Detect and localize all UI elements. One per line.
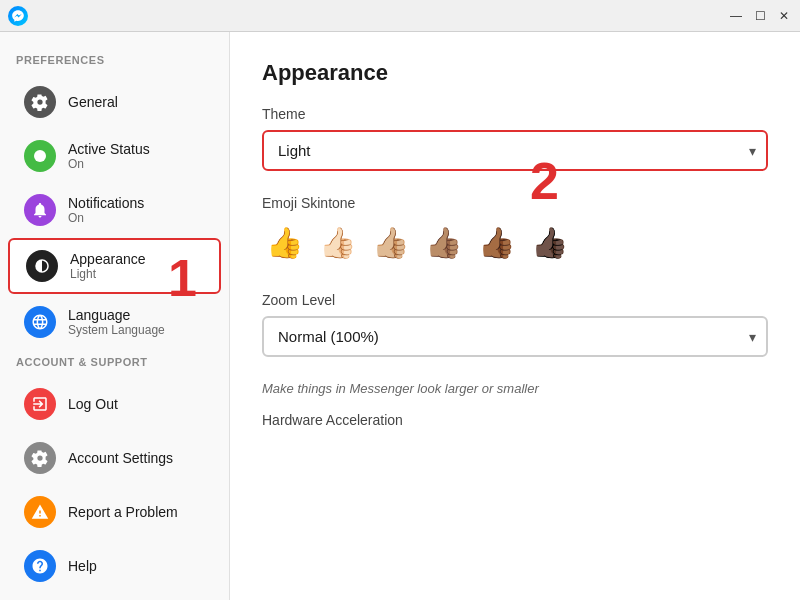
report-problem-text: Report a Problem bbox=[68, 504, 178, 520]
help-text: Help bbox=[68, 558, 97, 574]
sidebar-item-report-problem[interactable]: Report a Problem bbox=[8, 486, 221, 538]
window-controls: — ☐ ✕ bbox=[728, 8, 792, 24]
content-area: Appearance Theme Light Dark System Defau… bbox=[230, 32, 800, 600]
sidebar-item-general[interactable]: General bbox=[8, 76, 221, 128]
language-title: Language bbox=[68, 307, 165, 323]
account-settings-text: Account Settings bbox=[68, 450, 173, 466]
theme-dropdown-wrapper: Light Dark System Default ▾ bbox=[262, 130, 768, 171]
logout-title: Log Out bbox=[68, 396, 118, 412]
zoom-section: Zoom Level Small (90%) Normal (100%) Lar… bbox=[262, 292, 768, 396]
sidebar-item-language[interactable]: Language System Language bbox=[8, 296, 221, 348]
notifications-text: Notifications On bbox=[68, 195, 144, 225]
zoom-label: Zoom Level bbox=[262, 292, 768, 308]
account-settings-icon bbox=[24, 442, 56, 474]
general-title: General bbox=[68, 94, 118, 110]
language-text: Language System Language bbox=[68, 307, 165, 337]
active-status-text: Active Status On bbox=[68, 141, 150, 171]
appearance-text: Appearance Light bbox=[70, 251, 146, 281]
notifications-icon bbox=[24, 194, 56, 226]
sidebar-item-help[interactable]: Help bbox=[8, 540, 221, 592]
zoom-hint: Make things in Messenger look larger or … bbox=[262, 381, 768, 396]
account-settings-title: Account Settings bbox=[68, 450, 173, 466]
app-icon bbox=[8, 6, 28, 26]
active-status-title: Active Status bbox=[68, 141, 150, 157]
emoji-dark[interactable]: 👍🏿 bbox=[527, 221, 572, 264]
theme-label: Theme bbox=[262, 106, 768, 122]
help-title: Help bbox=[68, 558, 97, 574]
help-icon bbox=[24, 550, 56, 582]
sidebar-item-notifications[interactable]: Notifications On bbox=[8, 184, 221, 236]
main-container: PREFERENCES General Active Status On bbox=[0, 32, 800, 600]
hardware-section: Hardware Acceleration bbox=[262, 412, 768, 428]
emoji-medium-dark[interactable]: 👍🏾 bbox=[474, 221, 519, 264]
emoji-medium[interactable]: 👍🏽 bbox=[421, 221, 466, 264]
emoji-row: 👍 👍🏻 👍🏼 👍🏽 👍🏾 👍🏿 bbox=[262, 221, 768, 264]
emoji-light[interactable]: 👍🏻 bbox=[315, 221, 360, 264]
sidebar-item-active-status[interactable]: Active Status On bbox=[8, 130, 221, 182]
notifications-subtitle: On bbox=[68, 211, 144, 225]
maximize-button[interactable]: ☐ bbox=[752, 8, 768, 24]
sidebar-item-account-settings[interactable]: Account Settings bbox=[8, 432, 221, 484]
zoom-dropdown[interactable]: Small (90%) Normal (100%) Large (110%) E… bbox=[262, 316, 768, 357]
close-button[interactable]: ✕ bbox=[776, 8, 792, 24]
emoji-medium-light[interactable]: 👍🏼 bbox=[368, 221, 413, 264]
general-text: General bbox=[68, 94, 118, 110]
preferences-label: PREFERENCES bbox=[0, 48, 229, 74]
language-icon bbox=[24, 306, 56, 338]
notifications-title: Notifications bbox=[68, 195, 144, 211]
general-icon bbox=[24, 86, 56, 118]
svg-point-0 bbox=[34, 150, 46, 162]
titlebar: — ☐ ✕ bbox=[0, 0, 800, 32]
emoji-label: Emoji Skintone bbox=[262, 195, 768, 211]
minimize-button[interactable]: — bbox=[728, 8, 744, 24]
hardware-label: Hardware Acceleration bbox=[262, 412, 768, 428]
report-problem-icon bbox=[24, 496, 56, 528]
sidebar-item-appearance[interactable]: Appearance Light bbox=[8, 238, 221, 294]
appearance-title: Appearance bbox=[70, 251, 146, 267]
sidebar-item-logout[interactable]: Log Out bbox=[8, 378, 221, 430]
active-status-subtitle: On bbox=[68, 157, 150, 171]
zoom-dropdown-wrapper: Small (90%) Normal (100%) Large (110%) E… bbox=[262, 316, 768, 357]
report-problem-title: Report a Problem bbox=[68, 504, 178, 520]
account-label: ACCOUNT & SUPPORT bbox=[0, 350, 229, 376]
logout-icon bbox=[24, 388, 56, 420]
language-subtitle: System Language bbox=[68, 323, 165, 337]
appearance-subtitle: Light bbox=[70, 267, 146, 281]
active-status-icon bbox=[24, 140, 56, 172]
appearance-icon bbox=[26, 250, 58, 282]
theme-dropdown[interactable]: Light Dark System Default bbox=[262, 130, 768, 171]
emoji-section: Emoji Skintone 👍 👍🏻 👍🏼 👍🏽 👍🏾 👍🏿 bbox=[262, 195, 768, 264]
sidebar: PREFERENCES General Active Status On bbox=[0, 32, 230, 600]
logout-text: Log Out bbox=[68, 396, 118, 412]
page-title: Appearance bbox=[262, 60, 768, 86]
emoji-default[interactable]: 👍 bbox=[262, 221, 307, 264]
